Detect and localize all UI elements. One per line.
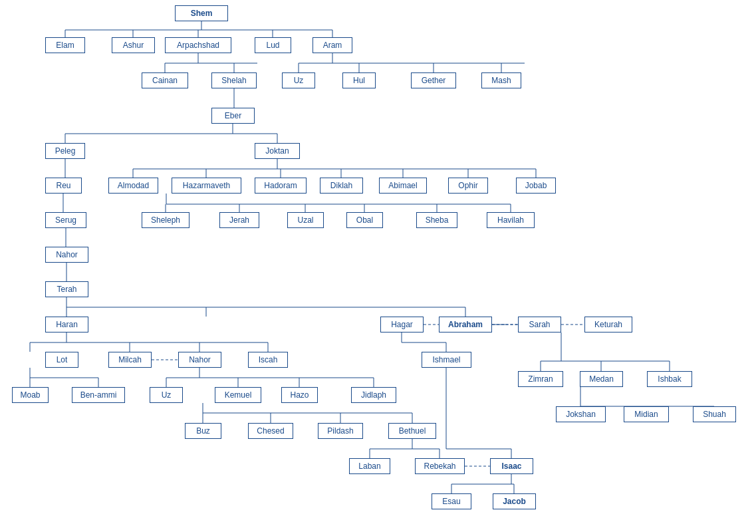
node-shuah: Shuah xyxy=(693,406,736,422)
node-gether: Gether xyxy=(411,72,456,88)
node-jidlaph: Jidlaph xyxy=(351,387,396,403)
node-ashur: Ashur xyxy=(112,37,155,53)
node-isaac: Isaac xyxy=(490,458,533,474)
node-terah: Terah xyxy=(45,281,88,297)
node-sheba: Sheba xyxy=(416,212,457,228)
node-shelah: Shelah xyxy=(211,72,257,88)
node-obal: Obal xyxy=(346,212,383,228)
node-medan: Medan xyxy=(580,371,623,387)
node-lud: Lud xyxy=(255,37,291,53)
node-bethuel: Bethuel xyxy=(388,423,436,439)
node-nahor: Nahor xyxy=(45,247,88,263)
node-reu: Reu xyxy=(45,178,82,194)
node-shem: Shem xyxy=(175,5,228,21)
node-mash: Mash xyxy=(481,72,521,88)
node-zimran: Zimran xyxy=(518,371,563,387)
node-jokshan: Jokshan xyxy=(556,406,606,422)
node-almodad: Almodad xyxy=(108,178,158,194)
node-eber: Eber xyxy=(211,108,255,124)
node-moab: Moab xyxy=(12,387,49,403)
node-esau: Esau xyxy=(432,493,471,509)
node-haran: Haran xyxy=(45,317,88,332)
node-sarah: Sarah xyxy=(518,317,561,332)
node-keturah: Keturah xyxy=(584,317,632,332)
node-uz2: Uz xyxy=(150,387,183,403)
node-diklah: Diklah xyxy=(320,178,363,194)
node-abimael: Abimael xyxy=(379,178,427,194)
node-iscah: Iscah xyxy=(248,352,288,368)
node-hadoram: Hadoram xyxy=(255,178,307,194)
node-uz: Uz xyxy=(282,72,315,88)
node-hagar: Hagar xyxy=(380,317,424,332)
node-serug: Serug xyxy=(45,212,86,228)
family-tree: ShemElamAshurArpachshadLudAramCainanShel… xyxy=(0,0,756,532)
node-milcah: Milcah xyxy=(108,352,152,368)
node-ophir: Ophir xyxy=(448,178,488,194)
node-joktan: Joktan xyxy=(255,143,300,159)
node-hazarmaveth: Hazarmaveth xyxy=(172,178,241,194)
node-chesed: Chesed xyxy=(248,423,293,439)
node-uzal: Uzal xyxy=(287,212,324,228)
node-pildash: Pildash xyxy=(318,423,363,439)
node-havilah: Havilah xyxy=(487,212,535,228)
node-arpachshad: Arpachshad xyxy=(165,37,231,53)
connector-lines xyxy=(0,0,756,532)
node-jerah: Jerah xyxy=(219,212,259,228)
node-cainan: Cainan xyxy=(142,72,188,88)
node-nahor2: Nahor xyxy=(178,352,221,368)
node-rebekah: Rebekah xyxy=(415,458,465,474)
node-buz: Buz xyxy=(185,423,221,439)
node-ishbak: Ishbak xyxy=(647,371,692,387)
node-jobab: Jobab xyxy=(516,178,556,194)
node-hazo: Hazo xyxy=(281,387,318,403)
node-laban: Laban xyxy=(349,458,390,474)
node-abraham: Abraham xyxy=(439,317,492,332)
node-sheleph: Sheleph xyxy=(142,212,189,228)
node-aram: Aram xyxy=(313,37,352,53)
node-lot: Lot xyxy=(45,352,78,368)
node-hul: Hul xyxy=(342,72,376,88)
node-ben-ammi: Ben-ammi xyxy=(72,387,125,403)
node-elam: Elam xyxy=(45,37,85,53)
node-midian: Midian xyxy=(624,406,669,422)
node-jacob: Jacob xyxy=(493,493,536,509)
node-ishmael: Ishmael xyxy=(422,352,471,368)
node-peleg: Peleg xyxy=(45,143,85,159)
node-kemuel: Kemuel xyxy=(215,387,261,403)
